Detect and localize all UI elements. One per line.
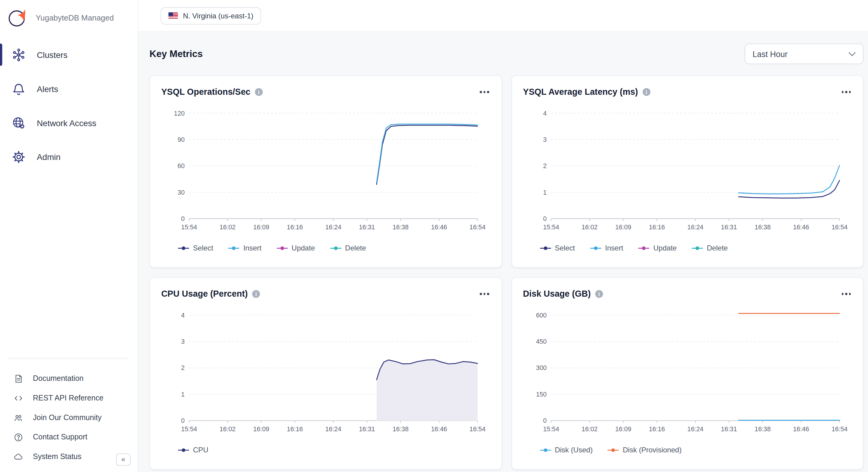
svg-text:16:31: 16:31	[359, 224, 375, 231]
svg-text:16:16: 16:16	[287, 224, 303, 231]
legend-item-select[interactable]: Select	[178, 244, 213, 252]
legend-item-insert[interactable]: Insert	[228, 244, 261, 252]
svg-text:90: 90	[178, 136, 185, 143]
svg-text:450: 450	[536, 338, 546, 345]
svg-text:2: 2	[181, 364, 185, 372]
community-icon	[13, 413, 23, 422]
brand: YugabyteDB Managed	[0, 0, 138, 35]
legend-item-disk-provisioned[interactable]: Disk (Provisioned)	[608, 446, 682, 454]
svg-text:0: 0	[543, 215, 547, 222]
card-menu-button[interactable]	[479, 87, 490, 97]
metrics-grid: YSQL Operations/Sec 030609012015:5416:02…	[149, 75, 864, 470]
sidebar-footer-item-contact-support[interactable]: Contact Support	[0, 427, 138, 447]
svg-text:16:02: 16:02	[219, 224, 236, 231]
sidebar-collapse-button[interactable]: «	[116, 453, 130, 466]
api-icon	[13, 393, 23, 403]
legend-item-update[interactable]: Update	[638, 244, 677, 252]
card-header: Disk Usage (GB)	[523, 286, 852, 302]
sidebar-item-label: Alerts	[37, 84, 58, 93]
content-area: Key Metrics Last Hour YSQL Operations/Se…	[138, 32, 868, 470]
sidebar-footer-item-documentation[interactable]: Documentation	[0, 369, 138, 388]
card-menu-button[interactable]	[840, 288, 852, 300]
svg-text:16:24: 16:24	[326, 426, 341, 433]
card-menu-button[interactable]	[479, 288, 490, 300]
legend-marker-icon	[608, 447, 619, 452]
svg-text:0: 0	[181, 417, 185, 424]
legend-item-disk-used[interactable]: Disk (Used)	[539, 446, 592, 454]
admin-gear-icon	[12, 150, 26, 164]
sidebar-footer-label: Contact Support	[33, 433, 87, 441]
time-range-select[interactable]: Last Hour	[745, 43, 864, 64]
sidebar-footer-item-join-our-community[interactable]: Join Our Community	[0, 408, 138, 427]
sidebar-footer-item-rest-api-reference[interactable]: REST API Reference	[0, 388, 138, 408]
info-icon[interactable]	[255, 88, 263, 96]
legend-item-delete[interactable]: Delete	[692, 244, 728, 252]
svg-text:16:38: 16:38	[393, 224, 409, 231]
svg-text:150: 150	[536, 391, 546, 398]
svg-text:120: 120	[174, 110, 184, 117]
legend-label: Update	[291, 244, 315, 252]
card-menu-button[interactable]	[840, 87, 852, 97]
legend-label: CPU	[193, 446, 209, 454]
chart-ysql-ops: 030609012015:5416:0216:0916:1616:2416:31…	[161, 103, 492, 237]
chart-cpu-usage: 0123415:5416:0216:0916:1616:2416:3116:38…	[161, 305, 492, 439]
sidebar-item-admin[interactable]: Admin	[0, 141, 138, 172]
svg-text:16:54: 16:54	[831, 224, 847, 231]
sidebar-footer-label: REST API Reference	[33, 394, 103, 402]
legend-item-select[interactable]: Select	[539, 244, 575, 252]
info-icon[interactable]	[595, 290, 603, 298]
svg-text:16:02: 16:02	[581, 224, 597, 231]
metrics-header-row: Key Metrics Last Hour	[149, 43, 864, 64]
svg-text:2: 2	[543, 162, 547, 169]
chart-area: 0123415:5416:0216:0916:1616:2416:3116:38…	[523, 103, 852, 237]
legend-marker-icon	[228, 246, 239, 250]
svg-text:16:16: 16:16	[649, 224, 664, 231]
svg-text:0: 0	[543, 417, 547, 424]
chart-legend: Select Insert Update Delete	[178, 244, 490, 252]
sidebar-item-clusters[interactable]: Clusters	[0, 39, 138, 70]
metric-card-ysql-ops: YSQL Operations/Sec 030609012015:5416:02…	[149, 75, 502, 268]
brand-label: YugabyteDB Managed	[36, 13, 114, 22]
legend-marker-icon	[178, 447, 189, 452]
svg-text:16:16: 16:16	[287, 426, 303, 433]
svg-text:15:54: 15:54	[543, 426, 559, 433]
svg-text:16:02: 16:02	[219, 426, 236, 433]
region-selector[interactable]: N. Virginia (us-east-1)	[161, 7, 261, 24]
sidebar-item-label: Admin	[37, 152, 61, 161]
svg-text:16:31: 16:31	[721, 426, 737, 433]
info-icon[interactable]	[252, 290, 260, 298]
svg-text:0: 0	[181, 215, 185, 222]
svg-text:16:38: 16:38	[393, 426, 409, 433]
legend-marker-icon	[638, 246, 650, 250]
legend-item-update[interactable]: Update	[276, 244, 315, 252]
chart-area: 030609012015:5416:0216:0916:1616:2416:31…	[161, 103, 490, 237]
documentation-icon	[13, 373, 23, 383]
legend-item-insert[interactable]: Insert	[590, 244, 623, 252]
sidebar-item-network-access[interactable]: Network Access	[0, 107, 138, 138]
sidebar-item-alerts[interactable]: Alerts	[0, 73, 138, 104]
chart-legend: Select Insert Update Delete	[539, 244, 852, 252]
svg-text:16:38: 16:38	[754, 426, 770, 433]
legend-label: Delete	[707, 244, 728, 252]
sidebar: YugabyteDB Managed Clusters Alerts Netwo…	[0, 0, 138, 472]
legend-marker-icon	[330, 246, 341, 250]
chart-title: YSQL Operations/Sec	[161, 87, 250, 97]
legend-item-cpu[interactable]: CPU	[178, 446, 209, 454]
legend-marker-icon	[276, 246, 288, 250]
chart-legend: CPU	[178, 446, 490, 454]
yugabytedb-logo-icon	[7, 7, 29, 29]
legend-label: Disk (Used)	[555, 446, 593, 454]
chart-area: 015030045060015:5416:0216:0916:1616:2416…	[523, 305, 852, 439]
svg-text:16:09: 16:09	[615, 426, 631, 433]
svg-text:15:54: 15:54	[543, 224, 559, 231]
svg-text:16:24: 16:24	[687, 224, 703, 231]
legend-item-delete[interactable]: Delete	[330, 244, 366, 252]
chart-title: CPU Usage (Percent)	[161, 289, 248, 299]
svg-text:16:46: 16:46	[793, 426, 809, 433]
info-icon[interactable]	[643, 88, 650, 96]
chart-area: 0123415:5416:0216:0916:1616:2416:3116:38…	[161, 305, 490, 439]
sidebar-divider	[9, 358, 129, 359]
svg-text:16:09: 16:09	[253, 224, 269, 231]
svg-text:600: 600	[536, 312, 546, 319]
support-icon	[13, 432, 23, 442]
